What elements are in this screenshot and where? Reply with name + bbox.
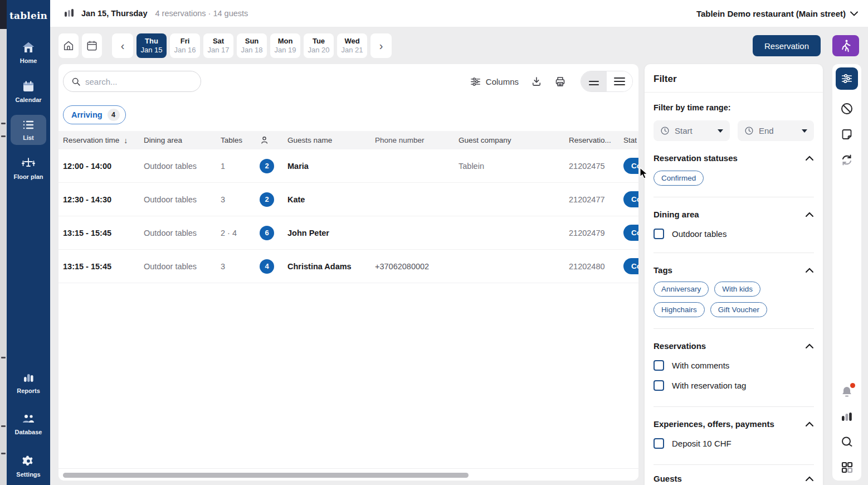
- apps-grid-button[interactable]: [841, 461, 854, 474]
- col-status[interactable]: Stat: [619, 136, 638, 144]
- collapse-chevron-icon[interactable]: [805, 268, 814, 273]
- col-reservation-number[interactable]: Reservatio...: [564, 136, 619, 144]
- restaurant-selector[interactable]: Tablein Demo restaurant (Main street): [696, 9, 858, 18]
- start-time-select[interactable]: Start: [654, 120, 730, 141]
- table-row[interactable]: 12:00 - 14:00 Outdoor tables 1 2 Maria T…: [58, 149, 638, 183]
- checkbox-with-reservation-tag[interactable]: With reservation tag: [654, 380, 814, 391]
- section-title: Guests: [654, 474, 682, 483]
- table-row[interactable]: 13:15 - 15:45 Outdoor tables 3 4 Christi…: [58, 250, 638, 283]
- col-guests-count[interactable]: [255, 135, 283, 145]
- checkbox-label: With comments: [672, 361, 729, 370]
- calendar-view-button[interactable]: [82, 33, 102, 58]
- notifications-button[interactable]: [840, 385, 854, 399]
- print-button[interactable]: [554, 76, 566, 88]
- new-reservation-button[interactable]: Reservation: [753, 35, 821, 56]
- person-icon: [260, 135, 269, 145]
- arriving-filter-chip[interactable]: Arriving 4: [63, 105, 126, 124]
- col-phone-number[interactable]: Phone number: [370, 136, 454, 144]
- checkbox[interactable]: [654, 380, 664, 391]
- next-day-button[interactable]: ›: [370, 33, 392, 58]
- download-button[interactable]: [531, 76, 542, 87]
- end-time-select[interactable]: End: [738, 120, 814, 141]
- checkbox-with-comments[interactable]: With comments: [654, 360, 814, 371]
- checkbox-outdoor-tables[interactable]: Outdoor tables: [654, 229, 814, 239]
- refresh-button[interactable]: [840, 153, 854, 167]
- background-fragment: [1, 453, 6, 454]
- background-fragment: [1, 357, 6, 358]
- table-row[interactable]: 13:15 - 15:45 Outdoor tables 2 · 4 6 Joh…: [58, 216, 638, 250]
- tag-chip-gift-voucher[interactable]: Gift Voucher: [710, 302, 767, 317]
- previous-day-button[interactable]: ‹: [112, 33, 133, 58]
- collapse-chevron-icon[interactable]: [805, 476, 814, 482]
- sidebar-item-settings[interactable]: Settings: [11, 450, 46, 482]
- table-row[interactable]: 12:30 - 14:30 Outdoor tables 3 2 Kate 21…: [58, 183, 638, 216]
- home-view-button[interactable]: [58, 33, 79, 58]
- status-badge[interactable]: Confirmed: [623, 225, 638, 241]
- checkbox[interactable]: [654, 229, 664, 239]
- status-badge[interactable]: Confirmed: [623, 158, 638, 174]
- list-toolbar: Columns: [58, 64, 638, 98]
- compact-view-button[interactable]: [581, 71, 607, 91]
- horizontal-scrollbar[interactable]: [58, 468, 638, 481]
- day-name: Fri: [181, 37, 190, 46]
- col-guests-name[interactable]: Guests name: [283, 136, 370, 144]
- checkbox[interactable]: [654, 438, 664, 449]
- search-box[interactable]: [63, 71, 201, 92]
- search-icon: [71, 77, 81, 86]
- dining-area: Outdoor tables: [139, 229, 216, 237]
- tag-chip-highchairs[interactable]: Highchairs: [654, 302, 705, 317]
- col-guest-company[interactable]: Guest company: [454, 136, 564, 144]
- col-tables[interactable]: Tables: [216, 136, 255, 144]
- col-dining-area[interactable]: Dining area: [139, 136, 216, 144]
- walk-in-button[interactable]: [832, 35, 859, 56]
- filter-rail-button[interactable]: [836, 67, 858, 90]
- two-lines-icon: [589, 81, 599, 83]
- status-badge[interactable]: Confirmed: [623, 191, 638, 207]
- day-tab-thu[interactable]: Thu Jan 15: [136, 33, 167, 58]
- status-badge[interactable]: Confirmed: [623, 258, 638, 274]
- guest-count-badge: 6: [260, 226, 274, 240]
- sidebar: tablein Home Calendar List Floor plan Re…: [7, 0, 50, 485]
- tag-chip-with-kids[interactable]: With kids: [714, 282, 760, 297]
- reservation-time: 13:15 - 15:45: [58, 262, 139, 271]
- collapse-chevron-icon[interactable]: [805, 156, 814, 161]
- no-show-button[interactable]: [840, 102, 854, 115]
- sidebar-item-reports[interactable]: Reports: [11, 367, 46, 398]
- sidebar-item-list[interactable]: List: [11, 115, 46, 145]
- view-density-toggle: [581, 71, 633, 92]
- scrollbar-thumb[interactable]: [63, 473, 469, 478]
- sidebar-item-floor-plan[interactable]: Floor plan: [11, 153, 46, 184]
- background-fragment: [1, 425, 6, 427]
- reservation-number: 21202475: [564, 162, 619, 171]
- stats-button[interactable]: [841, 411, 853, 423]
- sidebar-item-home[interactable]: Home: [11, 37, 46, 68]
- sidebar-item-calendar[interactable]: Calendar: [11, 76, 46, 107]
- tag-chip-anniversary[interactable]: Anniversary: [654, 282, 709, 297]
- day-tab-mon[interactable]: Mon Jan 19: [270, 33, 300, 58]
- checkbox-deposit-10-chf[interactable]: Deposit 10 CHF: [654, 438, 814, 449]
- day-date: Jan 18: [241, 46, 262, 55]
- day-toolbar: ‹ Thu Jan 15 Fri Jan 16 Sat Jan 17 Sun J…: [58, 33, 392, 58]
- collapse-chevron-icon[interactable]: [805, 212, 814, 217]
- section-title: Reservations: [654, 341, 706, 351]
- day-tab-sun[interactable]: Sun Jan 18: [237, 33, 267, 58]
- checkbox[interactable]: [654, 360, 664, 371]
- dining-area: Outdoor tables: [139, 195, 216, 204]
- collapse-chevron-icon[interactable]: [805, 421, 814, 427]
- day-tab-fri[interactable]: Fri Jan 16: [170, 33, 200, 58]
- columns-button[interactable]: Columns: [470, 77, 519, 86]
- day-tab-wed[interactable]: Wed Jan 21: [337, 33, 367, 58]
- collapse-chevron-icon[interactable]: [805, 343, 814, 349]
- search-input[interactable]: [85, 77, 180, 86]
- day-tab-sat[interactable]: Sat Jan 17: [203, 33, 233, 58]
- search-rail-button[interactable]: [840, 435, 854, 449]
- end-select-value: End: [759, 126, 774, 135]
- col-reservation-time[interactable]: Reservation time↓: [58, 136, 139, 145]
- day-tab-tue[interactable]: Tue Jan 20: [304, 33, 334, 58]
- comfortable-view-button[interactable]: [607, 71, 632, 91]
- sidebar-item-database[interactable]: Database: [11, 409, 46, 439]
- day-date: Jan 15: [140, 46, 162, 55]
- calendar-icon: [86, 40, 98, 52]
- status-chip-confirmed[interactable]: Confirmed: [654, 171, 704, 186]
- notes-button[interactable]: [840, 128, 854, 141]
